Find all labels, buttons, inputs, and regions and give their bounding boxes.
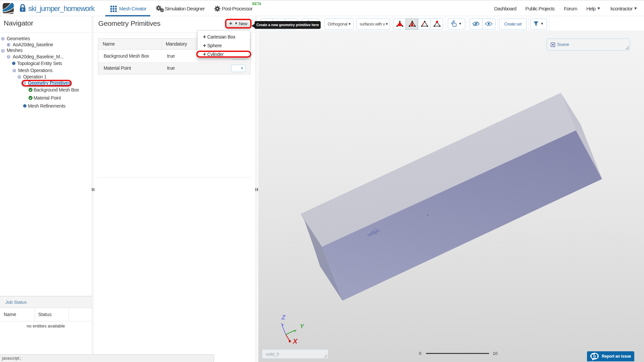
svg-text:Z: Z (281, 314, 286, 321)
svg-text:X: X (292, 338, 298, 345)
svg-text:Y: Y (300, 323, 304, 329)
